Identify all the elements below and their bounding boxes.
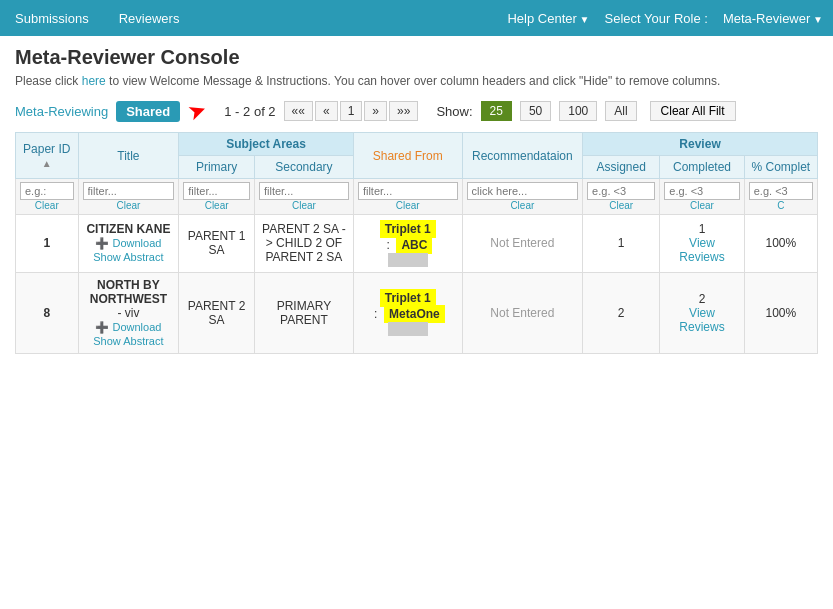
page-first-btn[interactable]: «« — [284, 101, 313, 121]
cell-primary: PARENT 2 SA — [179, 272, 255, 353]
show-100-btn[interactable]: 100 — [559, 101, 597, 121]
page-title: Meta-Reviewer Console — [15, 46, 818, 69]
page-next-btn[interactable]: » — [364, 101, 387, 121]
cell-title: CITIZEN KANE➕ DownloadShow Abstract — [78, 215, 179, 273]
abstract-link[interactable]: Show Abstract — [93, 335, 163, 347]
download-link[interactable]: ➕ Download — [95, 321, 161, 333]
cell-pct-complete: 100% — [744, 215, 817, 273]
filter-shared-from[interactable] — [358, 182, 458, 200]
col-assigned[interactable]: Assigned — [583, 156, 660, 179]
filter-secondary[interactable] — [259, 182, 349, 200]
filter-recommendation[interactable] — [467, 182, 579, 200]
filter-primary[interactable] — [183, 182, 250, 200]
filter-primary-clear[interactable]: Clear — [183, 200, 250, 211]
col-completed[interactable]: Completed — [660, 156, 744, 179]
pagination-controls: «« « 1 » »» — [284, 101, 419, 121]
col-shared-from[interactable]: Shared From — [353, 133, 462, 179]
filter-title-clear[interactable]: Clear — [83, 200, 175, 211]
nav-meta-reviewer[interactable]: Meta-Reviewer — [723, 11, 823, 26]
filter-assigned[interactable] — [587, 182, 655, 200]
welcome-link[interactable]: here — [82, 74, 106, 88]
filter-completed[interactable] — [664, 182, 739, 200]
cell-assigned: 2 — [583, 272, 660, 353]
cell-pct-complete: 100% — [744, 272, 817, 353]
filter-assigned-clear[interactable]: Clear — [587, 200, 655, 211]
cell-shared-from: Triplet 1 : MetaOne — [353, 272, 462, 353]
blurred-value — [388, 253, 428, 267]
table-body: 1CITIZEN KANE➕ DownloadShow AbstractPARE… — [16, 215, 818, 354]
cell-paper-id: 8 — [16, 272, 79, 353]
page-1-btn[interactable]: 1 — [340, 101, 363, 121]
nav-left: Submissions Reviewers — [10, 3, 184, 34]
filter-pct-clear[interactable]: C — [749, 200, 813, 211]
filter-completed-clear[interactable]: Clear — [664, 200, 739, 211]
nav-right: Help Center Select Your Role : Meta-Revi… — [507, 11, 823, 26]
col-primary[interactable]: Primary — [179, 156, 255, 179]
triplet-value: ABC — [396, 236, 432, 254]
abstract-link[interactable]: Show Abstract — [93, 251, 163, 263]
nav-submissions[interactable]: Submissions — [10, 3, 94, 34]
cell-assigned: 1 — [583, 215, 660, 273]
filter-row: Clear Clear Clear Clear Clear — [16, 179, 818, 215]
pagination-info: 1 - 2 of 2 — [224, 104, 275, 119]
filter-paper-id-clear[interactable]: Clear — [20, 200, 74, 211]
top-navigation: Submissions Reviewers Help Center Select… — [0, 0, 833, 36]
cell-shared-from: Triplet 1 : ABC — [353, 215, 462, 273]
cell-title: NORTH BY NORTHWEST- viv➕ DownloadShow Ab… — [78, 272, 179, 353]
col-title[interactable]: Title — [78, 133, 179, 179]
col-subject-areas: Subject Areas — [179, 133, 354, 156]
show-50-btn[interactable]: 50 — [520, 101, 551, 121]
clear-all-filters-btn[interactable]: Clear All Filt — [650, 101, 736, 121]
cell-secondary: PARENT 2 SA -> CHILD 2 OF PARENT 2 SA — [254, 215, 353, 273]
col-pct-complete[interactable]: % Complet — [744, 156, 817, 179]
filter-paper-id[interactable] — [20, 182, 74, 200]
nav-reviewers[interactable]: Reviewers — [114, 3, 185, 34]
view-reviews-link[interactable]: View Reviews — [679, 306, 724, 334]
show-25-btn[interactable]: 25 — [481, 101, 512, 121]
toolbar: Meta-Reviewing Shared ➤ 1 - 2 of 2 «« « … — [15, 98, 818, 124]
nav-select-role-label: Select Your Role : — [605, 11, 708, 26]
cell-primary: PARENT 1 SA — [179, 215, 255, 273]
cell-recommendation: Not Entered — [462, 272, 583, 353]
col-recommendation[interactable]: Recommendataion — [462, 133, 583, 179]
table-row: 8NORTH BY NORTHWEST- viv➕ DownloadShow A… — [16, 272, 818, 353]
show-label: Show: — [436, 104, 472, 119]
tab-meta-reviewing[interactable]: Meta-Reviewing — [15, 104, 108, 119]
col-paper-id[interactable]: Paper ID ▲ — [16, 133, 79, 179]
page-content: Meta-Reviewer Console Please click here … — [0, 36, 833, 364]
filter-recommendation-clear[interactable]: Clear — [467, 200, 579, 211]
page-subtitle: Please click here to view Welcome Messag… — [15, 74, 818, 88]
col-secondary[interactable]: Secondary — [254, 156, 353, 179]
triplet-value: MetaOne — [384, 305, 445, 323]
arrow-indicator: ➤ — [184, 96, 210, 127]
cell-completed: 1View Reviews — [660, 215, 744, 273]
cell-recommendation: Not Entered — [462, 215, 583, 273]
download-link[interactable]: ➕ Download — [95, 237, 161, 249]
page-prev-btn[interactable]: « — [315, 101, 338, 121]
table-row: 1CITIZEN KANE➕ DownloadShow AbstractPARE… — [16, 215, 818, 273]
col-review: Review — [583, 133, 818, 156]
view-reviews-link[interactable]: View Reviews — [679, 236, 724, 264]
filter-secondary-clear[interactable]: Clear — [259, 200, 349, 211]
page-last-btn[interactable]: »» — [389, 101, 418, 121]
tab-shared[interactable]: Shared — [116, 101, 180, 122]
filter-shared-from-clear[interactable]: Clear — [358, 200, 458, 211]
cell-completed: 2View Reviews — [660, 272, 744, 353]
cell-secondary: PRIMARY PARENT — [254, 272, 353, 353]
cell-paper-id: 1 — [16, 215, 79, 273]
nav-help-center[interactable]: Help Center — [507, 11, 589, 26]
blurred-value — [388, 322, 428, 336]
show-all-btn[interactable]: All — [605, 101, 636, 121]
filter-pct[interactable] — [749, 182, 813, 200]
filter-title[interactable] — [83, 182, 175, 200]
data-table: Paper ID ▲ Title Subject Areas Shared Fr… — [15, 132, 818, 354]
